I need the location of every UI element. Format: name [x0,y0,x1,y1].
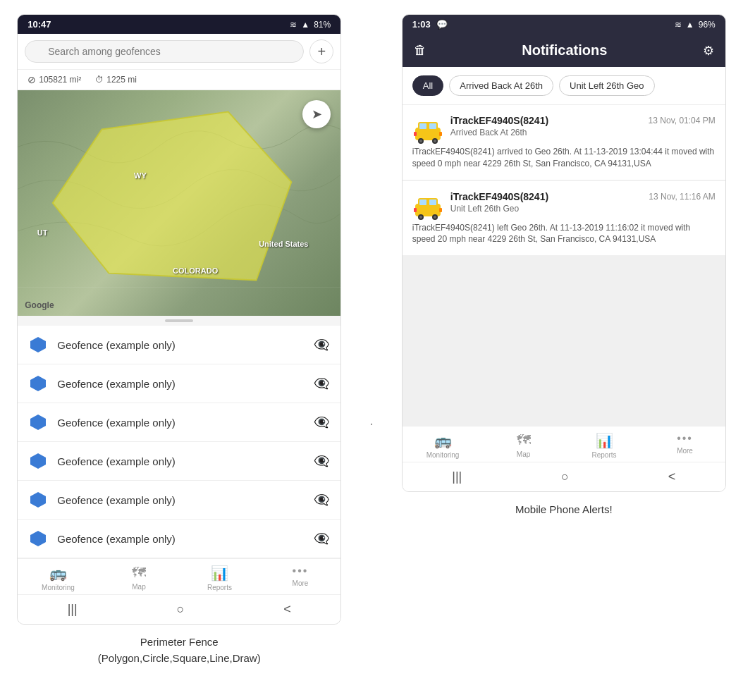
list-item[interactable]: Geofence (example only) 👁‍🗨 [18,442,340,481]
svg-marker-4 [30,415,46,430]
left-battery: 81% [314,20,331,30]
event-name: Arrived Back At 26th [450,128,716,137]
monitoring-label: Monitoring [426,451,460,459]
visibility-icon[interactable]: 👁‍🗨 [314,531,329,546]
notification-detail: iTrackEF4940S(8241) arrived to Geo 26th.… [412,146,716,170]
notifications-header: 🗑 Notifications ⚙ [403,34,725,67]
nav-monitoring[interactable]: 🚌 Monitoring [18,565,99,591]
visibility-icon[interactable]: 👁‍🗨 [314,376,329,391]
geofence-icon [29,491,47,509]
notification-time: 13 Nov, 11:16 AM [649,192,716,202]
geofence-label: Geofence (example only) [57,455,304,467]
reports-label: Reports [592,451,617,459]
distance-stat: ⏱ 1225 mi [95,75,137,85]
right-caption: Mobile Phone Alerts! [508,492,620,518]
visibility-icon[interactable]: 👁‍🗨 [314,337,329,352]
geofence-label: Geofence (example only) [57,417,304,429]
nav-map[interactable]: 🗺 Map [483,432,564,459]
list-item[interactable]: Geofence (example only) 👁‍🗨 [18,481,340,520]
notification-card[interactable]: iTrackEF4940S(8241) 13 Nov, 01:04 PM Arr… [403,105,725,180]
visibility-icon[interactable]: 👁‍🗨 [314,415,329,430]
home-button[interactable]: ○ [177,602,185,617]
reports-icon: 📊 [211,565,228,582]
map-label: Map [517,450,530,458]
geofence-label: Geofence (example only) [57,339,304,351]
map-label-wy: WY [134,171,147,180]
left-wifi-icon: ≋ [290,20,297,30]
list-item[interactable]: Geofence (example only) 👁‍🗨 [18,403,340,442]
nav-reports[interactable]: 📊 Reports [564,432,645,459]
right-time: 1:03 [412,19,431,30]
list-item[interactable]: Geofence (example only) 👁‍🗨 [18,520,340,558]
notification-meta: iTrackEF4940S(8241) 13 Nov, 01:04 PM Arr… [450,115,716,142]
back-button[interactable]: < [668,469,676,484]
notifications-list: iTrackEF4940S(8241) 13 Nov, 01:04 PM Arr… [403,105,725,426]
device-name: iTrackEF4940S(8241) [450,191,548,202]
svg-point-25 [434,216,436,219]
notification-card[interactable]: iTrackEF4940S(8241) 13 Nov, 11:16 AM Uni… [403,181,725,256]
right-battery: 96% [699,20,716,30]
settings-icon[interactable]: ⚙ [703,43,714,59]
area-stat: ⊘ 105821 mi² [27,74,81,85]
svg-rect-27 [439,208,442,212]
reports-label: Reports [207,584,232,591]
nav-map[interactable]: 🗺 Map [99,565,180,591]
home-button[interactable]: ○ [561,469,569,484]
delete-icon[interactable]: 🗑 [414,43,426,58]
more-icon: ••• [677,432,693,445]
visibility-icon[interactable]: 👁‍🗨 [314,492,329,508]
geofence-icon [29,336,47,354]
geofence-icon [29,374,47,393]
search-input[interactable] [25,40,304,63]
notifications-title: Notifications [522,42,607,59]
car-avatar [412,191,443,222]
tab-left[interactable]: Unit Left 26th Geo [559,75,655,96]
right-phone: 1:03 💬 ≋ ▲ 96% 🗑 Notifications ⚙ All Arr… [402,14,726,492]
geofence-label: Geofence (example only) [57,378,304,390]
monitoring-icon: 🚌 [434,432,452,449]
recent-apps-button[interactable]: ||| [452,469,462,484]
compass-button[interactable]: ➤ [302,100,331,128]
nav-more[interactable]: ••• More [644,432,725,459]
geofence-icon [29,529,47,548]
add-geofence-button[interactable]: + [309,39,333,63]
svg-rect-26 [414,208,417,212]
reports-icon: 📊 [596,432,613,449]
nav-monitoring[interactable]: 🚌 Monitoring [403,432,484,459]
tab-all[interactable]: All [412,75,443,96]
visibility-icon[interactable]: 👁‍🗨 [314,453,329,469]
back-button[interactable]: < [283,602,291,617]
notification-detail: iTrackEF4940S(8241) left Geo 26th. At 11… [412,222,716,246]
google-watermark: Google [25,300,54,310]
search-bar: 🔍 + [18,34,340,70]
svg-marker-2 [30,337,46,352]
recent-apps-button[interactable]: ||| [68,602,78,617]
svg-rect-10 [419,123,426,129]
distance-icon: ⏱ [95,75,104,85]
monitoring-label: Monitoring [42,584,75,591]
map-label: Map [132,583,145,591]
device-name: iTrackEF4940S(8241) [450,115,548,126]
nav-reports[interactable]: 📊 Reports [179,565,260,591]
header-left-icons: 🗑 [414,43,426,58]
chat-icon: 💬 [436,19,448,30]
nav-more[interactable]: ••• More [260,565,341,591]
map-label-ut: UT [37,228,48,237]
svg-rect-16 [414,132,417,136]
svg-marker-5 [30,453,46,469]
map-icon: 🗺 [517,432,531,448]
car-avatar [412,115,443,146]
map-icon: 🗺 [132,565,146,581]
phone-nav-buttons: ||| ○ < [18,594,340,624]
filter-tabs: All Arrived Back At 26th Unit Left 26th … [403,67,725,105]
list-item[interactable]: Geofence (example only) 👁‍🗨 [18,326,340,364]
svg-point-15 [434,140,436,142]
left-phone: 10:47 ≋ ▲ 81% 🔍 + ⊘ 105821 mi² ⏱ 1225 m [17,14,341,625]
map-view[interactable]: WY COLORADO United States UT ➤ Google [18,90,340,316]
tab-arrived[interactable]: Arrived Back At 26th [449,75,553,96]
geofence-icon [29,413,47,431]
left-signal-icon: ▲ [301,20,309,30]
svg-rect-17 [439,132,442,136]
svg-rect-20 [419,199,426,205]
list-item[interactable]: Geofence (example only) 👁‍🗨 [18,364,340,403]
